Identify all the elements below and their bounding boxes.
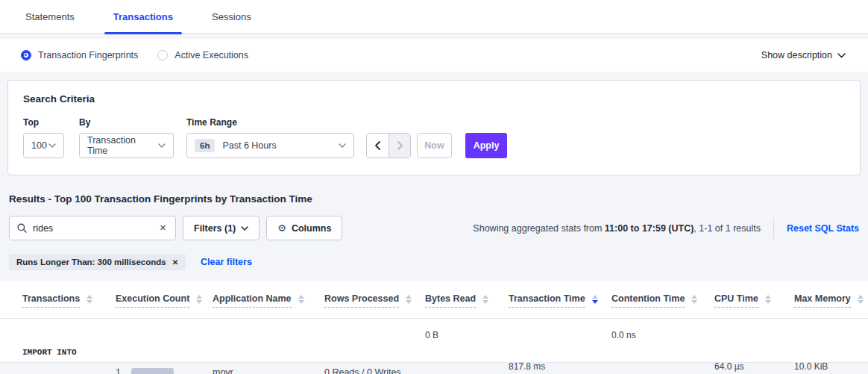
- column-header-transactions[interactable]: Transactions: [22, 281, 116, 318]
- column-header-label: Rows Processed: [324, 293, 399, 308]
- column-header-label: CPU Time: [714, 293, 758, 308]
- time-range-arrows: [366, 133, 411, 158]
- execution-count-value: 1: [116, 367, 121, 374]
- tab-sessions[interactable]: Sessions: [203, 0, 260, 34]
- filter-pill-label: Runs Longer Than: 300 milliseconds: [16, 258, 166, 267]
- application-name-cell: movr: [213, 319, 324, 374]
- results-heading: Results - Top 100 Transaction Fingerprin…: [9, 193, 861, 205]
- column-header-label: Application Name: [213, 293, 292, 308]
- by-select[interactable]: Transaction Time: [79, 133, 174, 158]
- transaction-time-cell: 817.8 ms: [509, 319, 611, 374]
- execution-count-bar: [131, 368, 174, 374]
- chevron-down-icon: [48, 143, 56, 148]
- clear-search-icon[interactable]: ✕: [158, 222, 168, 234]
- contention-time-cell: 0.0 ns: [611, 319, 714, 374]
- sort-icon: [298, 295, 304, 304]
- radio-selected-icon: [21, 50, 31, 60]
- search-input[interactable]: [33, 223, 158, 234]
- chevron-right-icon: [397, 141, 403, 150]
- time-range-badge: 6h: [195, 139, 215, 152]
- top-select[interactable]: 100: [23, 133, 64, 158]
- top-label: Top: [23, 117, 64, 128]
- column-header-label: Bytes Read: [425, 293, 476, 308]
- radio-transaction-fingerprints[interactable]: Transaction Fingerprints: [21, 50, 138, 60]
- search-criteria-title: Search Criteria: [23, 93, 845, 105]
- aggregated-stats-text: Showing aggregated stats from 11:00 to 1…: [473, 223, 761, 234]
- column-header-label: Contention Time: [611, 293, 685, 308]
- columns-button[interactable]: ⚙ Columns: [266, 216, 342, 240]
- results-search-box: ✕: [9, 216, 176, 240]
- sort-icon: [196, 295, 202, 304]
- stats-prefix: Showing aggregated stats from: [473, 223, 605, 234]
- tab-statements[interactable]: Statements: [16, 0, 84, 34]
- top-field: Top 100: [23, 117, 64, 158]
- time-range-next-button[interactable]: [389, 134, 410, 158]
- results-controls-row: ✕ Filters (1) ⚙ Columns Showing aggregat…: [9, 216, 861, 240]
- time-range-prev-button[interactable]: [367, 134, 389, 158]
- cpu-time-cell: 64.0 µs: [714, 319, 794, 374]
- radio-label: Transaction Fingerprints: [38, 50, 138, 60]
- table-header-row: Transactions Execution Count Application…: [0, 281, 868, 319]
- transaction-fingerprint-cell[interactable]: IMPORT INTO rides CSV DATA…: [22, 319, 116, 374]
- top-select-value: 100: [31, 140, 47, 151]
- chevron-down-icon: [837, 53, 846, 58]
- max-memory-value: 10.0 KiB: [794, 361, 868, 372]
- stats-time-range: 11:00 to 17:59 (UTC): [605, 223, 694, 234]
- contention-time-value: 0.0 ns: [611, 330, 714, 340]
- time-range-label: Time Range: [186, 117, 354, 128]
- reset-sql-stats-link[interactable]: Reset SQL Stats: [787, 223, 859, 234]
- time-range-select[interactable]: 6h Past 6 Hours: [186, 133, 354, 158]
- time-range-field: Time Range 6h Past 6 Hours: [174, 117, 354, 158]
- apply-button[interactable]: Apply: [465, 133, 507, 158]
- cpu-time-value: 64.0 µs: [714, 361, 794, 372]
- filter-pill: Runs Longer Than: 300 milliseconds ✕: [9, 254, 186, 270]
- sort-icon: [765, 295, 771, 304]
- stats-suffix: , 1-1 of 1 results: [694, 223, 761, 234]
- active-filters-row: Runs Longer Than: 300 milliseconds ✕ Cle…: [9, 254, 861, 270]
- view-toggle-band: Transaction Fingerprints Active Executio…: [0, 39, 868, 72]
- radio-label: Active Executions: [174, 50, 248, 60]
- clear-filters-link[interactable]: Clear filters: [201, 257, 252, 267]
- now-button[interactable]: Now: [417, 133, 452, 158]
- filters-button[interactable]: Filters (1): [183, 216, 260, 240]
- columns-button-label: Columns: [292, 223, 331, 234]
- remove-filter-icon[interactable]: ✕: [172, 258, 178, 267]
- sort-desc-icon: [592, 295, 598, 304]
- sort-icon: [482, 295, 488, 304]
- by-label: By: [79, 117, 174, 128]
- column-header-execution-count[interactable]: Execution Count: [116, 281, 213, 318]
- column-header-label: Execution Count: [116, 293, 189, 308]
- column-header-label: Transactions: [22, 293, 80, 308]
- column-header-transaction-time[interactable]: Transaction Time: [509, 281, 611, 318]
- bytes-read-value: 0 B: [425, 330, 509, 340]
- column-header-contention-time[interactable]: Contention Time: [611, 281, 714, 318]
- column-header-cpu-time[interactable]: CPU Time: [714, 281, 794, 318]
- vertical-divider: [773, 218, 774, 239]
- by-field: By Transaction Time: [64, 117, 174, 158]
- chevron-left-icon: [375, 141, 380, 150]
- table-row: IMPORT INTO rides CSV DATA… 1 movr 0 Rea…: [0, 319, 868, 363]
- bytes-read-cell: 0 B: [425, 319, 509, 374]
- column-header-rows-processed[interactable]: Rows Processed: [324, 281, 425, 318]
- chevron-down-icon: [158, 143, 166, 148]
- tab-transactions[interactable]: Transactions: [104, 0, 182, 34]
- max-memory-cell: 10.0 KiB: [794, 319, 868, 374]
- column-header-max-memory[interactable]: Max Memory: [794, 281, 868, 318]
- radio-active-executions[interactable]: Active Executions: [157, 50, 248, 60]
- top-tab-bar: Statements Transactions Sessions: [0, 0, 868, 34]
- column-header-label: Max Memory: [794, 293, 851, 308]
- rows-processed-cell: 0 Reads / 0 Writes: [324, 319, 425, 374]
- sort-icon: [87, 295, 92, 304]
- execution-count-cell: 1: [116, 319, 213, 374]
- time-range-value: Past 6 Hours: [222, 140, 276, 151]
- column-header-application-name[interactable]: Application Name: [213, 281, 324, 318]
- search-criteria-form: Top 100 By Transaction Time Time Range 6…: [23, 117, 845, 158]
- sort-icon: [858, 295, 864, 304]
- search-criteria-card: Search Criteria Top 100 By Transaction T…: [7, 80, 861, 175]
- transaction-time-value: 817.8 ms: [509, 361, 611, 372]
- gear-icon: ⚙: [277, 222, 286, 234]
- results-table: Transactions Execution Count Application…: [0, 281, 868, 363]
- column-header-bytes-read[interactable]: Bytes Read: [425, 281, 509, 318]
- show-description-toggle[interactable]: Show description: [761, 50, 846, 60]
- filters-button-label: Filters (1): [194, 223, 236, 234]
